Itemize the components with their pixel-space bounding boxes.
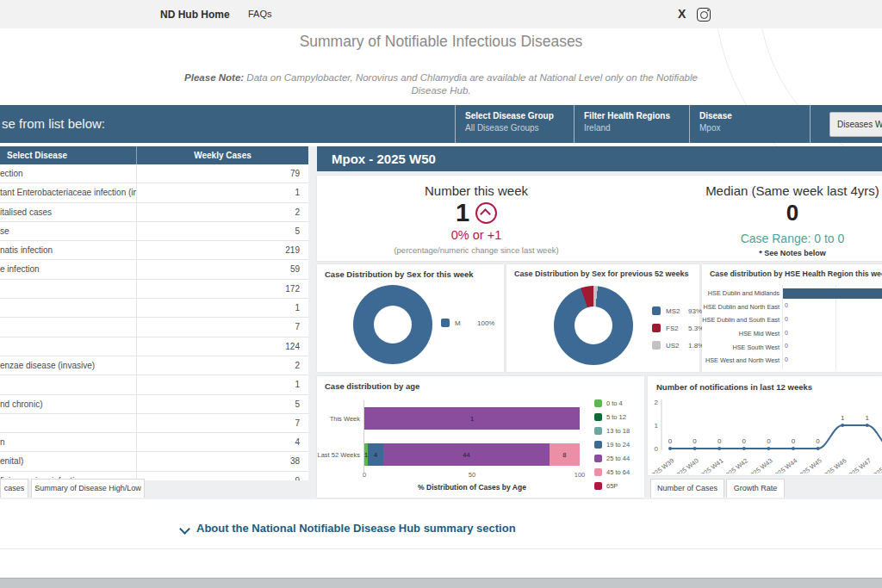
age-bar-segment: 4: [368, 443, 383, 466]
filter-disease-group[interactable]: Select Disease Group All Disease Groups: [465, 111, 554, 133]
table-row[interactable]: 7: [0, 414, 308, 433]
page-note-text: Data on Campylobacter, Norovirus and Chl…: [246, 72, 698, 96]
tab-summary-of-disease-high-low[interactable]: Summary of Disease High/Low: [31, 479, 145, 498]
age-bar-this-week: 1: [364, 407, 580, 430]
sex-week-legend: M100%: [441, 318, 494, 335]
table-row[interactable]: ection79: [0, 164, 308, 183]
hse-region-row: HSE West and North West0: [702, 354, 882, 368]
table-row[interactable]: italised cases2: [0, 203, 308, 222]
weekly-cases-cell: 4: [137, 433, 308, 451]
median-block: Median (Same week last 4yrs) 0 Case Rang…: [698, 183, 882, 257]
filter-disease-group-value: All Disease Groups: [465, 123, 554, 133]
table-row[interactable]: natis infection219: [0, 241, 308, 260]
sex-52week-legend: MS293%FS25.3%US21.8%: [652, 306, 704, 357]
table-row[interactable]: 1: [0, 375, 308, 394]
svg-text:2025 W46: 2025 W46: [820, 456, 848, 473]
filter-health-regions[interactable]: Filter Health Regions Ireland: [584, 111, 670, 133]
age-bar-segment: 1: [364, 407, 580, 430]
disease-name-cell: nd chronic): [0, 395, 137, 413]
disease-table-rows: ection79tant Enterobacteriaceae infectio…: [0, 164, 308, 480]
tab-number-of-cases[interactable]: Number of Cases: [650, 479, 724, 498]
table-row[interactable]: e infection59: [0, 260, 308, 279]
age-bar-last-52-weeks: 14448: [364, 443, 580, 466]
hse-region-title: Case distribution by HSE Health Region t…: [710, 269, 882, 278]
disease-name-cell: [0, 299, 137, 317]
weekly-cases-cell: 219: [137, 241, 308, 259]
stats-card: Number this week 1 0% or +1 (percentage/…: [317, 176, 882, 261]
disease-name-cell: enital): [0, 452, 137, 470]
hse-bar-track: 0: [783, 329, 882, 339]
age-x-axis-label: % Distribution of Cases by Age: [364, 483, 580, 492]
tab-cases[interactable]: cases: [0, 479, 28, 498]
table-row[interactable]: 7: [0, 318, 308, 337]
hse-region-rows: HSE Dublin and MidlandsHSE Dublin and No…: [702, 287, 882, 368]
bottom-bar[interactable]: [0, 578, 882, 588]
filter-disease-group-label: Select Disease Group: [465, 111, 554, 121]
filter-separator: [574, 105, 575, 143]
chevron-down-icon: [179, 523, 190, 535]
about-section-toggle[interactable]: About the National Notifiable Disease Hu…: [181, 522, 698, 539]
instagram-icon[interactable]: [697, 8, 711, 22]
weekly-cases-cell: 7: [137, 414, 308, 432]
table-row[interactable]: 172: [0, 280, 308, 299]
age-legend-swatch: [594, 427, 602, 435]
weekly-cases-cell: 5: [137, 222, 308, 240]
filter-disease[interactable]: Disease Mpox: [699, 111, 732, 133]
weekly-cases-cell: 1: [137, 299, 308, 317]
age-legend-label: 13 to 18: [606, 427, 630, 435]
svg-text:2025 W41: 2025 W41: [697, 456, 724, 473]
disease-name-cell: tant Enterobacteriaceae infection (invas…: [0, 183, 137, 201]
svg-text:0: 0: [742, 437, 747, 445]
nd-hub-dashboard: ND Hub Home FAQs X Summary of Notifiable…: [0, 0, 882, 588]
age-legend-item: 19 to 24: [594, 440, 630, 449]
table-row[interactable]: enzae disease (invasive)2: [0, 356, 308, 375]
table-row[interactable]: tant Enterobacteriaceae infection (invas…: [0, 183, 308, 202]
instagram-lens: [700, 11, 708, 19]
sex-week-title: Case Distribution by Sex for this week: [325, 269, 474, 279]
table-row[interactable]: 1: [0, 299, 308, 318]
nav-nd-hub-home[interactable]: ND Hub Home: [160, 9, 230, 21]
hse-bar: [783, 288, 882, 299]
weekly-cases-cell: 1: [137, 375, 308, 393]
hse-bar-track: 0: [783, 301, 882, 312]
legend-swatch: [652, 324, 661, 332]
page-title: Summary of Notifiable Infectious Disease…: [0, 33, 882, 51]
age-legend-swatch: [594, 482, 602, 490]
nav-faqs[interactable]: FAQs: [248, 9, 272, 19]
disease-name-cell: enzae disease (invasive): [0, 356, 137, 374]
x-social-icon[interactable]: X: [678, 7, 686, 21]
hse-bar-track: 0: [783, 315, 882, 325]
sex-52week-donut-chart: [554, 286, 633, 365]
legend-item: MS293%: [652, 306, 704, 316]
hse-region-card: Case distribution by HSE Health Region t…: [702, 264, 882, 372]
instagram-dot: [707, 9, 709, 11]
age-legend-item: 0 to 4: [594, 399, 630, 408]
notifications-line-chart: 21002025 W3902025 W4002025 W4102025 W420…: [648, 387, 882, 473]
table-row[interactable]: se5: [0, 222, 308, 241]
diseases-with-button[interactable]: Diseases With: [829, 112, 882, 137]
disease-table: Select Disease Weekly Cases ection79tant…: [0, 146, 308, 480]
age-legend-label: 19 to 24: [606, 441, 630, 449]
disease-panel-title: Mpox - 2025 W50: [332, 146, 436, 171]
table-row[interactable]: enital)38: [0, 452, 308, 471]
disease-name-cell: [0, 337, 137, 356]
age-legend-item: 13 to 18: [594, 426, 630, 436]
hse-zero-value: 0: [785, 316, 788, 322]
hse-region-label: HSE Dublin and South East: [702, 316, 783, 324]
legend-item: M100%: [441, 318, 494, 328]
hse-zero-value: 0: [785, 356, 788, 362]
filter-bar: se from list below: Select Disease Group…: [0, 105, 882, 143]
filter-disease-label: Disease: [699, 111, 732, 121]
filter-health-regions-value: Ireland: [584, 123, 670, 133]
tab-growth-rate[interactable]: Growth Rate: [726, 479, 785, 498]
svg-text:0: 0: [668, 437, 673, 445]
table-row[interactable]: n4: [0, 433, 308, 452]
number-this-week-change: 0% or +1: [390, 228, 562, 242]
svg-text:2025 W40: 2025 W40: [672, 456, 699, 473]
age-legend: 0 to 45 to 1213 to 1819 to 2425 to 4445 …: [594, 399, 630, 495]
table-row[interactable]: 124: [0, 337, 308, 356]
table-row[interactable]: nd chronic)5: [0, 395, 308, 414]
weekly-cases-cell: 172: [137, 280, 308, 298]
age-distribution-card: Case distribution by age This Week Last …: [317, 376, 644, 498]
svg-text:2025 W43: 2025 W43: [746, 456, 773, 473]
